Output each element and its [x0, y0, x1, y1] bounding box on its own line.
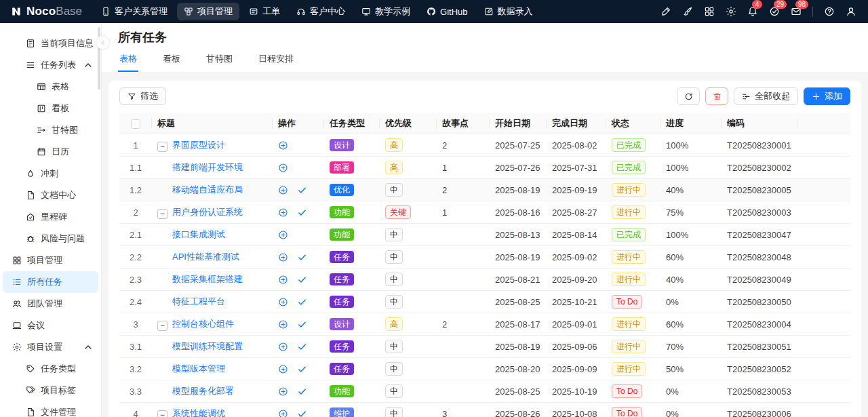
nav-item-客户关系管理[interactable]: 客户关系管理: [94, 3, 174, 20]
nav-item-数据录入[interactable]: 数据录入: [477, 3, 540, 20]
mail-button[interactable]: 98: [786, 2, 806, 21]
task-title-link[interactable]: 模型版本管理: [157, 363, 225, 374]
sidebar-item-里程碑[interactable]: 里程碑: [3, 206, 98, 228]
row-index: 2: [133, 207, 138, 218]
nav-item-客户中心[interactable]: 客户中心: [290, 3, 352, 20]
table-header-row: 标题操作任务类型优先级故事点开始日期完成日期状态进度编码: [119, 113, 850, 134]
filler-cell: [797, 358, 850, 380]
kanban-icon: [37, 104, 46, 113]
complete-task-button[interactable]: [297, 185, 307, 195]
filter-button[interactable]: 筛选: [119, 87, 166, 105]
nav-item-工单[interactable]: 工单: [242, 3, 287, 20]
collapse-row-button[interactable]: −: [157, 321, 167, 331]
refresh-button[interactable]: [677, 87, 700, 105]
check-circle-button[interactable]: 29: [764, 2, 785, 21]
collapse-row-button[interactable]: −: [157, 209, 167, 219]
sidebar-item-任务列表[interactable]: 任务列表: [3, 54, 98, 76]
apps-button[interactable]: [699, 2, 719, 21]
complete-task-button[interactable]: [297, 319, 307, 330]
complete-task-button[interactable]: [297, 275, 307, 285]
task-title-link[interactable]: 控制台核心组件: [172, 319, 234, 329]
highlighter-button[interactable]: [656, 2, 676, 21]
complete-task-button[interactable]: [297, 364, 307, 374]
status-tag: 已完成: [612, 138, 646, 152]
question-button[interactable]: [819, 2, 840, 21]
add-subtask-button[interactable]: [278, 230, 288, 240]
sidebar-item-会议[interactable]: 会议: [3, 315, 98, 336]
tab-表格[interactable]: 表格: [118, 49, 138, 72]
tab-日程安排[interactable]: 日程安排: [257, 49, 295, 72]
add-button[interactable]: 添加: [804, 87, 850, 105]
add-subtask-button[interactable]: [278, 409, 288, 417]
sidebar-item-文件管理[interactable]: 文件管理: [3, 401, 98, 417]
sidebar-item-甘特图[interactable]: 甘特图: [3, 119, 98, 141]
gear-button[interactable]: [721, 2, 741, 21]
nav-item-项目管理[interactable]: 项目管理: [177, 3, 239, 20]
sidebar-item-项目管理[interactable]: 项目管理: [3, 250, 98, 271]
nav-item-教学示例[interactable]: 教学示例: [355, 3, 417, 20]
column-header-进度: 进度: [660, 113, 722, 134]
sidebar-item-当前项目信息[interactable]: 当前项目信息: [3, 33, 98, 54]
tab-看板[interactable]: 看板: [161, 49, 182, 72]
user-button[interactable]: [841, 2, 861, 21]
sidebar-item-所有任务[interactable]: 所有任务: [3, 271, 98, 293]
delete-button[interactable]: [705, 87, 728, 105]
github-icon: [427, 7, 436, 16]
add-subtask-button[interactable]: [278, 364, 288, 374]
complete-task-button[interactable]: [297, 252, 307, 262]
complete-task-button[interactable]: [297, 207, 307, 218]
task-title-link[interactable]: 模型训练环境配置: [157, 341, 243, 351]
task-title-link[interactable]: 接口集成测试: [157, 229, 225, 239]
tablet-icon: [101, 7, 111, 16]
sidebar-item-看板[interactable]: 看板: [3, 98, 98, 119]
add-subtask-button[interactable]: [278, 319, 288, 330]
collapse-all-button[interactable]: 全部收起: [734, 87, 798, 105]
task-title-link[interactable]: 用户身份认证系统: [172, 207, 243, 217]
complete-task-button[interactable]: [297, 297, 307, 307]
status-cell: 进行中: [606, 358, 660, 380]
task-title-link[interactable]: 搭建前端开发环境: [157, 162, 243, 172]
bug-icon: [26, 234, 35, 243]
sidebar-item-团队管理[interactable]: 团队管理: [3, 293, 98, 315]
add-subtask-button[interactable]: [278, 252, 288, 262]
add-subtask-button[interactable]: [278, 140, 288, 151]
add-subtask-button[interactable]: [278, 342, 288, 352]
add-subtask-button[interactable]: [278, 185, 288, 195]
add-subtask-button[interactable]: [278, 163, 288, 173]
tab-甘特图[interactable]: 甘特图: [205, 49, 234, 72]
task-title-link[interactable]: API性能基准测试: [157, 252, 239, 262]
complete-task-button[interactable]: [297, 342, 307, 352]
collapse-row-button[interactable]: −: [157, 142, 167, 152]
collapse-row-button[interactable]: −: [157, 410, 167, 417]
brush-button[interactable]: [677, 2, 698, 21]
complete-task-button[interactable]: [297, 386, 307, 397]
complete-task-button[interactable]: [297, 409, 307, 417]
sidebar-item-文档中心[interactable]: 文档中心: [3, 184, 98, 206]
nav-item-GitHub[interactable]: GitHub: [420, 4, 474, 20]
table-row: 3.1模型训练环境配置任务中2025-08-192025-09-06进行中70%…: [119, 336, 850, 358]
sidebar-item-表格[interactable]: 表格: [3, 76, 98, 98]
task-title-link[interactable]: 数据采集框架搭建: [157, 274, 243, 284]
sidebar-item-日历[interactable]: 日历: [3, 141, 98, 163]
sidebar-item-项目标签[interactable]: 项目标签: [3, 380, 98, 401]
add-subtask-button[interactable]: [278, 297, 288, 307]
sidebar-item-任务类型[interactable]: 任务类型: [3, 358, 98, 380]
add-subtask-button[interactable]: [278, 386, 288, 397]
task-title-link[interactable]: 界面原型设计: [172, 140, 225, 150]
sidebar-item-冲刺[interactable]: 冲刺: [3, 163, 98, 184]
task-title-link[interactable]: 模型服务化部署: [157, 386, 234, 396]
sidebar-collapse-button[interactable]: [96, 35, 110, 49]
task-title-link[interactable]: 特征工程平台: [157, 296, 225, 306]
add-subtask-button[interactable]: [278, 207, 288, 218]
bell-button[interactable]: 4: [743, 2, 763, 21]
story-points-cell: 2: [437, 179, 490, 201]
select-all-checkbox[interactable]: [131, 119, 140, 129]
sidebar-item-项目设置[interactable]: 项目设置: [3, 336, 98, 358]
task-title-link[interactable]: 系统性能调优: [172, 408, 225, 417]
task-title-link[interactable]: 移动端自适应布局: [157, 184, 243, 195]
add-subtask-button[interactable]: [278, 275, 288, 285]
row-actions: [278, 252, 319, 262]
nocobase-logo[interactable]: NocoBase: [11, 5, 82, 18]
sidebar-item-风险与问题[interactable]: 风险与问题: [3, 228, 98, 250]
row-actions: [278, 275, 319, 285]
